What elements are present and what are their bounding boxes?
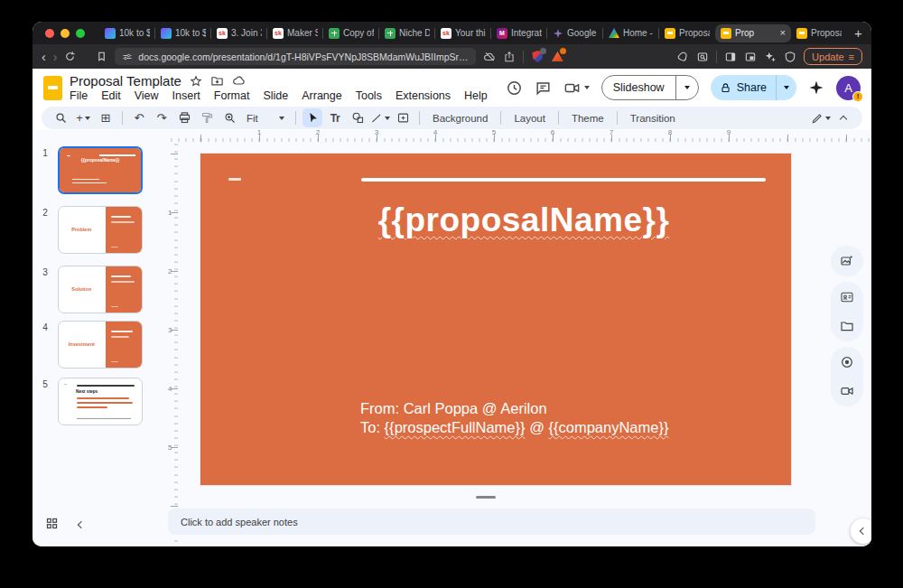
shield-extension-icon[interactable] (531, 51, 544, 63)
extension-blob-icon[interactable] (676, 51, 689, 63)
url-bar[interactable]: docs.google.com/presentation/d/1gT-H8iVP… (115, 48, 476, 65)
mountain-extension-icon[interactable] (551, 51, 563, 63)
pen-tool-icon[interactable] (811, 108, 831, 127)
share-button[interactable]: Share (711, 75, 776, 100)
sparkle-plus-icon[interactable] (764, 51, 777, 63)
gemini-spark-icon[interactable] (808, 79, 824, 96)
search-menus-icon[interactable] (51, 108, 70, 127)
browser-tab[interactable]: 10k to $1 (155, 24, 211, 42)
chevron-down-icon[interactable] (385, 117, 390, 120)
update-browser-button[interactable]: Update≡ (804, 48, 862, 65)
menu-view[interactable]: View (135, 89, 159, 102)
slideshow-dropdown[interactable] (675, 76, 698, 99)
theme-button[interactable]: Theme (565, 113, 610, 124)
text-box-tool-icon[interactable]: Tr (325, 108, 345, 127)
browser-tab[interactable]: Home - G (603, 24, 659, 42)
chevron-down-icon[interactable] (85, 117, 90, 120)
close-window-button[interactable] (45, 29, 54, 38)
menu-arrange[interactable]: Arrange (302, 89, 341, 102)
slide-fromto-text[interactable]: From: Carl Poppa @ Aerilon To: {{prospec… (360, 399, 668, 437)
collapse-filmstrip-icon[interactable] (79, 515, 84, 531)
share-page-icon[interactable] (503, 51, 516, 63)
slide-thumbnail-2[interactable]: Problem (58, 206, 143, 254)
menu-edit[interactable]: Edit (101, 89, 121, 102)
new-slide-button[interactable]: + (73, 108, 93, 127)
share-dropdown[interactable] (776, 75, 796, 100)
layout-button[interactable]: Layout (507, 113, 552, 124)
transition-button[interactable]: Transition (624, 113, 682, 124)
shapes-tool-icon[interactable] (348, 108, 368, 127)
move-folder-icon[interactable] (210, 74, 224, 88)
privacy-shield-icon[interactable] (784, 51, 796, 63)
browser-tab[interactable]: Proposal (791, 24, 847, 42)
slide-thumbnail-4[interactable]: Investment (58, 321, 143, 369)
contacts-card-icon[interactable] (840, 290, 854, 304)
slide-thumbnail-3[interactable]: Solution (58, 266, 143, 313)
menu-file[interactable]: File (70, 89, 88, 102)
close-tab-icon[interactable]: × (780, 28, 786, 38)
new-tab-button[interactable]: + (854, 25, 862, 41)
document-title[interactable]: Proposal Template (70, 73, 182, 89)
paint-format-icon[interactable] (197, 108, 217, 127)
tab-search-icon[interactable] (696, 51, 709, 63)
folder-icon[interactable] (840, 319, 854, 333)
grid-view-icon[interactable] (45, 517, 59, 530)
collapse-toolbar-icon[interactable] (833, 108, 853, 127)
back-button[interactable]: ‹ (42, 51, 46, 63)
image-sparkle-icon[interactable] (840, 254, 854, 268)
url-text[interactable]: docs.google.com/presentation/d/1gT-H8iVP… (138, 51, 469, 62)
offline-cloud-icon[interactable] (483, 51, 496, 63)
browser-tab[interactable]: Proposal (659, 24, 715, 42)
select-tool-icon[interactable] (303, 108, 322, 127)
slide-thumbnail-5[interactable]: Next steps (58, 378, 143, 425)
slide-thumbnail-1[interactable]: {{proposalName}} (58, 146, 143, 194)
browser-tab[interactable]: MIntegrati (491, 24, 547, 42)
speaker-notes[interactable]: Click to add speaker notes (168, 509, 815, 535)
line-tool-icon[interactable] (370, 108, 390, 127)
zoom-window-button[interactable] (76, 29, 85, 38)
browser-tab[interactable]: sk3. Join 3 (211, 24, 267, 42)
print-icon[interactable] (174, 108, 194, 127)
redo-icon[interactable]: ↷ (152, 108, 172, 127)
site-settings-icon[interactable] (122, 51, 133, 62)
forward-button[interactable]: › (53, 51, 58, 63)
slideshow-button[interactable]: Slideshow (602, 76, 675, 99)
slide-title-text[interactable]: {{proposalName}} (321, 201, 726, 239)
reload-button[interactable] (64, 51, 76, 62)
version-history-icon[interactable] (506, 79, 523, 97)
zoom-select[interactable]: Fit (242, 108, 289, 127)
collapse-panel-button[interactable] (851, 518, 871, 544)
chevron-down-icon[interactable] (825, 117, 831, 120)
menu-slide[interactable]: Slide (263, 89, 288, 102)
background-button[interactable]: Background (426, 113, 494, 124)
menu-format[interactable]: Format (214, 89, 250, 102)
star-icon[interactable] (190, 75, 202, 88)
browser-tab[interactable]: Niche Di (379, 24, 435, 42)
video-camera-icon[interactable] (840, 384, 854, 398)
notes-resize-handle[interactable] (476, 496, 496, 499)
chevron-down-icon[interactable] (584, 86, 590, 89)
undo-icon[interactable]: ↶ (129, 108, 149, 127)
browser-tab[interactable]: skYour thi (435, 24, 491, 42)
insert-placeholder-icon[interactable] (393, 108, 413, 127)
cloud-status-icon[interactable] (232, 74, 246, 88)
meet-camera-icon[interactable] (563, 79, 590, 97)
browser-tab[interactable]: 10k to $1 (99, 24, 155, 42)
zoom-icon[interactable] (219, 108, 239, 127)
slides-logo-icon[interactable] (43, 76, 62, 100)
browser-tab[interactable]: skMaker Sc (267, 24, 323, 42)
comments-icon[interactable] (535, 79, 552, 97)
record-icon[interactable] (840, 355, 854, 369)
browser-tab[interactable]: Google G (547, 24, 603, 42)
menu-tools[interactable]: Tools (356, 89, 382, 102)
avatar[interactable]: A! (836, 76, 861, 100)
bookmark-icon[interactable] (96, 51, 107, 62)
menu-extensions[interactable]: Extensions (396, 89, 451, 102)
browser-tab-active[interactable]: Prop× (715, 24, 791, 42)
picture-in-picture-icon[interactable] (744, 51, 757, 63)
side-panel-icon[interactable] (724, 51, 737, 63)
slide-editor-surface[interactable]: {{proposalName}} From: Carl Poppa @ Aeri… (200, 154, 791, 485)
menu-insert[interactable]: Insert (172, 89, 200, 102)
browser-tab[interactable]: Copy of (323, 24, 379, 42)
add-slide-icon[interactable]: ⊞ (96, 108, 116, 127)
